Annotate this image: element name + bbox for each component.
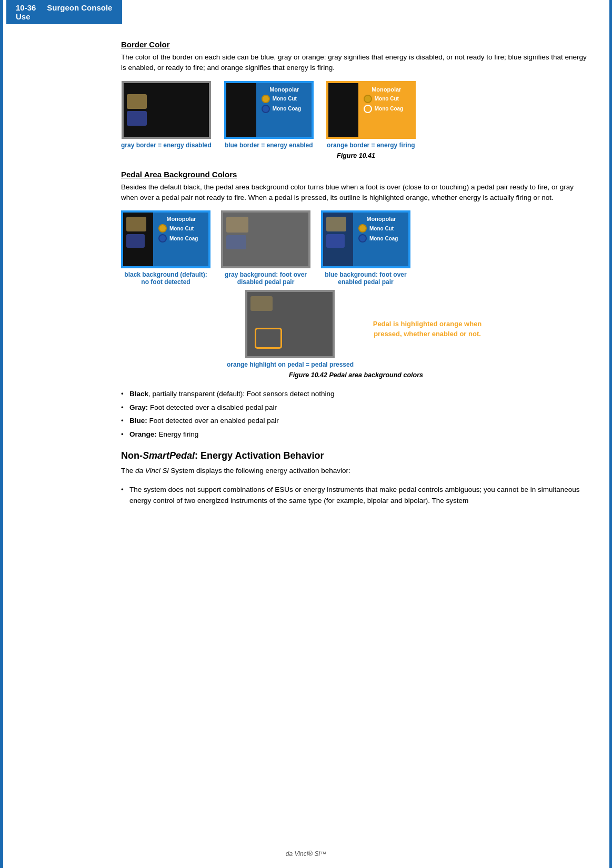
page-footer: da Vinci® Si™: [286, 850, 326, 857]
non-smartpedal-body: The da Vinci Si System displays the foll…: [121, 466, 591, 476]
border-color-title: Border Color: [121, 40, 591, 49]
mono-coag-label: Mono Coag: [273, 106, 301, 112]
bullet-blue-label: Blue:: [129, 417, 147, 425]
mono-coag-item: Mono Coag: [262, 105, 301, 113]
bullet-black-label: Black: [129, 390, 148, 398]
black-bg-figure: Monopolar Mono Cut Mono Coag black backg…: [121, 210, 210, 286]
blue-bg-figure: Monopolar Mono Cut Mono Coag blue backgr…: [321, 210, 410, 286]
bullet-gray-label: Gray:: [129, 403, 148, 411]
blue-border-figure: Monopolar Mono Cut Mono Coag blue border…: [224, 81, 314, 149]
orange-mono-coag-item: Mono Coag: [364, 105, 403, 113]
mono-cut-item: Mono Cut: [262, 95, 297, 103]
orange-mono-title: Monopolar: [372, 86, 401, 93]
gray-bg-pedals: [226, 217, 248, 249]
gray-bg-figure: gray background: foot over disabled peda…: [221, 210, 310, 286]
non-smartpedal-bullets: The system does not support combinations…: [121, 484, 591, 507]
blue-bg-mono-panel: Monopolar Mono Cut Mono Coag: [353, 213, 408, 266]
left-accent: [0, 0, 3, 868]
orange-mono-panel: Monopolar Mono Cut Mono Coag: [358, 83, 414, 137]
orange-mono-cut-dot: [364, 95, 372, 103]
pedal-1: [127, 94, 147, 109]
bullet-gray: Gray: Foot detected over a disabled peda…: [121, 402, 591, 413]
bullet-orange-text: Energy firing: [157, 430, 199, 438]
upper-pedal-area: [250, 296, 273, 311]
blue-bg-pedals: [326, 217, 346, 248]
heading-italic: SmartPedal: [143, 450, 195, 461]
mono-cut-dot: [262, 95, 270, 103]
orange-border-box: Monopolar Mono Cut Mono Coag: [326, 81, 416, 139]
gray-border-figure: gray border = energy disabled: [121, 81, 212, 149]
pedal-2: [127, 111, 147, 126]
non-smartpedal-bullet-1-text: The system does not support combinations…: [129, 486, 579, 505]
orange-pressed-box: [245, 290, 335, 358]
orange-mono-coag-dot: [364, 105, 372, 113]
gray-border-caption: gray border = energy disabled: [121, 142, 212, 149]
figure-10-42-top-row: Monopolar Mono Cut Mono Coag black backg…: [121, 210, 591, 286]
blue-border-caption: blue border = energy enabled: [225, 142, 313, 149]
blue-mono-title: Monopolar: [269, 86, 299, 93]
fig42-label: Figure 10.42 Pedal area background color…: [121, 371, 591, 379]
pedal-area-title: Pedal Area Background Colors: [121, 170, 591, 179]
bullet-orange: Orange: Energy firing: [121, 429, 591, 440]
blue-mono-panel: Monopolar Mono Cut Mono Coag: [256, 83, 312, 137]
black-bg-mono-panel: Monopolar Mono Cut Mono Coag: [153, 213, 208, 266]
page-header: 10-36 Surgeon Console Use: [6, 0, 122, 24]
black-bg-pedals: [126, 217, 146, 248]
gray-pedals-area: [127, 83, 153, 137]
figure-10-41-row: gray border = energy disabled Monopolar …: [121, 81, 591, 149]
orange-mono-coag-label: Mono Coag: [375, 106, 403, 112]
page-number: 10-36: [16, 3, 36, 12]
pedal-area-body: Besides the default black, the pedal are…: [121, 182, 591, 204]
bullet-gray-text: Foot detected over a disabled pedal pair: [148, 403, 277, 411]
orange-pressed-note: Pedal is highlighted orange when pressed…: [369, 319, 485, 338]
non-smartpedal-bullet-1: The system does not support combinations…: [121, 484, 591, 507]
border-color-body: The color of the border on each side can…: [121, 52, 591, 74]
gray-bg-box: [221, 210, 310, 268]
mono-coag-dot: [262, 105, 270, 113]
orange-border-figure: Monopolar Mono Cut Mono Coag orange bord…: [326, 81, 416, 149]
heading-prefix: Non-: [121, 450, 143, 461]
black-bg-caption: black background (default): no foot dete…: [124, 271, 207, 286]
pedal-colors-list: Black, partially transparent (default): …: [121, 388, 591, 440]
right-accent: [609, 0, 612, 868]
bullet-blue: Blue: Foot detected over an enabled peda…: [121, 415, 591, 427]
non-smartpedal-heading: Non-SmartPedal: Energy Activation Behavi…: [121, 450, 591, 461]
bullet-black-text: , partially transparent (default): Foot …: [148, 390, 334, 398]
orange-pressed-caption: orange highlight on pedal = pedal presse…: [227, 361, 354, 368]
bullet-blue-text: Foot detected over an enabled pedal pair: [147, 417, 279, 425]
orange-pedal-outline: [255, 328, 282, 349]
orange-pressed-row: orange highlight on pedal = pedal presse…: [121, 290, 591, 368]
blue-border-box: Monopolar Mono Cut Mono Coag: [224, 81, 314, 139]
blue-bg-box: Monopolar Mono Cut Mono Coag: [321, 210, 410, 268]
mono-cut-label: Mono Cut: [273, 96, 297, 102]
blue-bg-caption: blue background: foot over enabled pedal…: [325, 271, 406, 286]
bullet-orange-label: Orange:: [129, 430, 157, 438]
orange-pressed-figure: orange highlight on pedal = pedal presse…: [227, 290, 354, 368]
orange-mono-cut-item: Mono Cut: [364, 95, 399, 103]
orange-mono-cut-label: Mono Cut: [375, 96, 399, 102]
gray-border-box: [122, 81, 211, 139]
orange-border-caption: orange border = energy firing: [327, 142, 415, 149]
heading-suffix: : Energy Activation Behavior: [195, 450, 324, 461]
bullet-black: Black, partially transparent (default): …: [121, 388, 591, 400]
black-bg-box: Monopolar Mono Cut Mono Coag: [121, 210, 210, 268]
gray-bg-caption: gray background: foot over disabled peda…: [225, 271, 307, 286]
fig41-label: Figure 10.41: [121, 152, 591, 159]
davinci-si-italic: da Vinci Si: [135, 467, 169, 475]
